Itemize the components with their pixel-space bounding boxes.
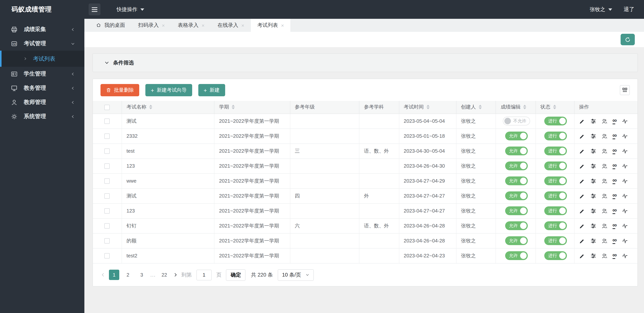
activity-icon[interactable] bbox=[622, 193, 628, 199]
edit-permission-toggle[interactable]: 允许 bbox=[505, 251, 528, 260]
row-checkbox[interactable] bbox=[104, 164, 110, 169]
activity-icon[interactable] bbox=[622, 252, 628, 259]
row-checkbox[interactable] bbox=[104, 253, 110, 259]
status-toggle[interactable]: 进行 bbox=[544, 132, 567, 140]
sidebar-item-teacher-management[interactable]: 教师管理 bbox=[0, 95, 84, 109]
edit-pencil-icon[interactable] bbox=[579, 118, 585, 124]
sidebar-item-exam-management[interactable]: VS考试管理 bbox=[0, 36, 84, 51]
row-checkbox[interactable] bbox=[104, 178, 110, 184]
status-toggle[interactable]: 进行 bbox=[544, 162, 567, 170]
tab-my-desktop[interactable]: 我的桌面 bbox=[89, 19, 132, 32]
sidebar-item-academic-management[interactable]: 教务管理 bbox=[0, 81, 84, 95]
tab-close-icon[interactable]: × bbox=[281, 23, 284, 28]
link-infinity-icon[interactable]: ∞ bbox=[612, 252, 617, 258]
column-header-name[interactable]: 考试名称 bbox=[122, 101, 214, 114]
user-dropdown[interactable]: 张牧之 bbox=[590, 6, 612, 13]
edit-pencil-icon[interactable] bbox=[579, 208, 585, 214]
filter-panel-header[interactable]: 条件筛选 bbox=[92, 53, 638, 72]
new-exam-wizard-button[interactable]: + 新建考试向导 bbox=[145, 84, 192, 96]
activity-icon[interactable] bbox=[622, 223, 628, 229]
activity-icon[interactable] bbox=[622, 148, 628, 154]
sort-icon[interactable] bbox=[149, 105, 152, 110]
activity-icon[interactable] bbox=[622, 238, 628, 244]
link-infinity-icon[interactable]: ∞ bbox=[612, 207, 617, 213]
status-toggle[interactable]: 进行 bbox=[544, 192, 567, 200]
confirm-button[interactable]: 确定 bbox=[226, 269, 246, 280]
status-toggle[interactable]: 进行 bbox=[544, 221, 567, 230]
status-toggle[interactable]: 进行 bbox=[544, 206, 567, 215]
sidebar-item-system-management[interactable]: 系统管理 bbox=[0, 109, 84, 124]
column-header-status[interactable]: 状态 bbox=[536, 101, 574, 114]
participants-icon[interactable] bbox=[601, 223, 607, 229]
goto-page-input[interactable] bbox=[196, 270, 212, 280]
sidebar-item-score-collection[interactable]: 成绩采集 bbox=[0, 22, 84, 36]
row-checkbox[interactable] bbox=[104, 208, 110, 214]
sidebar-item-student-management[interactable]: 学生管理 bbox=[0, 67, 84, 81]
edit-pencil-icon[interactable] bbox=[579, 133, 585, 139]
edit-pencil-icon[interactable] bbox=[579, 238, 585, 244]
column-header-edit[interactable]: 成绩编辑 bbox=[496, 101, 536, 114]
link-infinity-icon[interactable]: ∞ bbox=[612, 192, 617, 198]
link-infinity-icon[interactable]: ∞ bbox=[612, 132, 617, 138]
tab-close-icon[interactable]: × bbox=[241, 23, 244, 28]
link-infinity-icon[interactable]: ∞ bbox=[612, 178, 617, 183]
row-checkbox[interactable] bbox=[104, 238, 110, 244]
participants-icon[interactable] bbox=[601, 208, 607, 214]
participants-icon[interactable] bbox=[601, 178, 607, 184]
pagination-page-22[interactable]: 22 bbox=[159, 270, 170, 280]
edit-permission-toggle[interactable]: 允许 bbox=[505, 206, 528, 215]
activity-icon[interactable] bbox=[622, 178, 628, 184]
sliders-icon[interactable] bbox=[590, 252, 596, 259]
participants-icon[interactable] bbox=[601, 238, 607, 244]
column-header-term[interactable]: 学期 bbox=[214, 101, 290, 114]
activity-icon[interactable] bbox=[622, 133, 628, 139]
sort-icon[interactable] bbox=[478, 105, 482, 110]
edit-permission-toggle[interactable]: 允许 bbox=[505, 236, 528, 245]
edit-permission-toggle[interactable]: 允许 bbox=[505, 221, 528, 230]
status-toggle[interactable]: 进行 bbox=[544, 236, 567, 245]
sort-icon[interactable] bbox=[523, 105, 526, 110]
refresh-button[interactable] bbox=[620, 34, 635, 45]
column-header-time[interactable]: 考试时间 bbox=[399, 101, 456, 114]
edit-pencil-icon[interactable] bbox=[579, 252, 585, 259]
logout-button[interactable]: 退了 bbox=[624, 6, 634, 13]
column-settings-button[interactable] bbox=[620, 85, 630, 95]
row-checkbox[interactable] bbox=[104, 194, 110, 199]
participants-icon[interactable] bbox=[601, 163, 607, 169]
sliders-icon[interactable] bbox=[590, 133, 596, 139]
activity-icon[interactable] bbox=[622, 163, 628, 169]
participants-icon[interactable] bbox=[601, 133, 607, 139]
sort-icon[interactable] bbox=[426, 105, 430, 110]
row-checkbox[interactable] bbox=[104, 134, 110, 139]
status-toggle[interactable]: 进行 bbox=[544, 116, 567, 126]
edit-permission-toggle[interactable]: 允许 bbox=[505, 162, 528, 170]
new-button[interactable]: + 新建 bbox=[198, 84, 225, 96]
link-infinity-icon[interactable]: ∞ bbox=[612, 162, 617, 168]
link-infinity-icon[interactable]: ∞ bbox=[612, 237, 617, 242]
activity-icon[interactable] bbox=[622, 118, 628, 124]
pagination-page-2[interactable]: 2 bbox=[123, 270, 133, 280]
link-infinity-icon[interactable]: ∞ bbox=[612, 148, 617, 153]
edit-permission-toggle[interactable]: 允许 bbox=[505, 132, 528, 140]
row-checkbox[interactable] bbox=[104, 149, 110, 154]
participants-icon[interactable] bbox=[601, 252, 607, 259]
tab-form-entry[interactable]: 表格录入× bbox=[171, 19, 211, 32]
activity-icon[interactable] bbox=[622, 208, 628, 214]
tab-close-icon[interactable]: × bbox=[162, 23, 165, 28]
sidebar-subitem-exam-list[interactable]: 考试列表 bbox=[0, 51, 84, 67]
sliders-icon[interactable] bbox=[590, 163, 596, 169]
edit-pencil-icon[interactable] bbox=[579, 193, 585, 199]
edit-permission-toggle[interactable]: 不允许 bbox=[503, 116, 530, 126]
edit-pencil-icon[interactable] bbox=[579, 178, 585, 184]
select-all-checkbox[interactable] bbox=[104, 105, 110, 110]
status-toggle[interactable]: 进行 bbox=[544, 176, 567, 185]
tab-close-icon[interactable]: × bbox=[202, 23, 204, 28]
status-toggle[interactable]: 进行 bbox=[544, 146, 567, 155]
tab-online-entry[interactable]: 在线录入× bbox=[211, 19, 251, 32]
sort-icon[interactable] bbox=[232, 105, 235, 110]
participants-icon[interactable] bbox=[601, 118, 607, 124]
sliders-icon[interactable] bbox=[590, 238, 596, 244]
batch-delete-button[interactable]: 批量删除 bbox=[100, 84, 139, 96]
tab-scan-entry[interactable]: 扫码录入× bbox=[132, 19, 171, 32]
column-header-select[interactable] bbox=[93, 101, 122, 114]
